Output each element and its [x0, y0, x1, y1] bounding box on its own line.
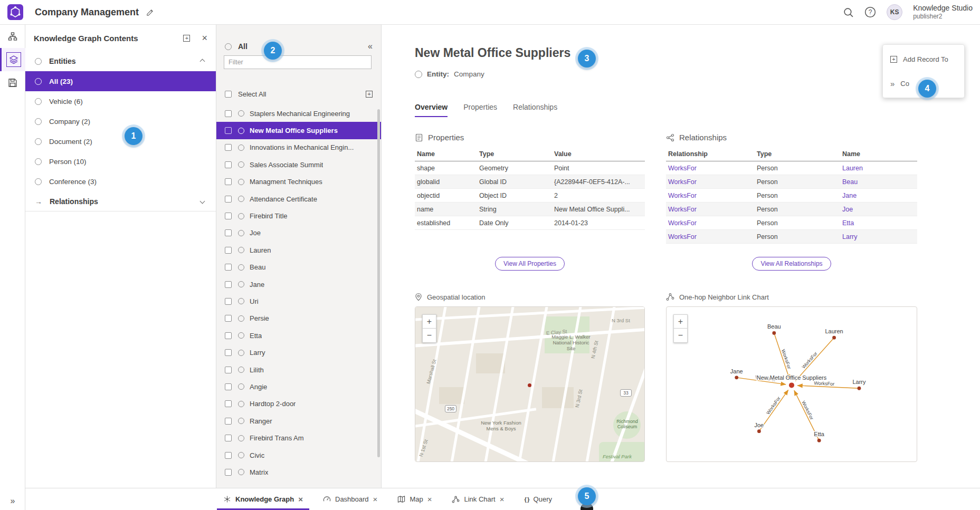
- view-tab-query[interactable]: Query: [524, 488, 552, 510]
- item-checkbox[interactable]: [225, 452, 232, 459]
- view-all-properties-button[interactable]: View All Properties: [495, 257, 565, 271]
- entity-list-item[interactable]: Innovations in Mechanical Engin...: [216, 139, 381, 156]
- user-avatar[interactable]: KS: [887, 4, 902, 20]
- relationship-link[interactable]: WorksFor: [666, 161, 755, 175]
- entity-type-item[interactable]: Company (2): [25, 111, 216, 131]
- zoom-out-button[interactable]: −: [673, 329, 688, 343]
- record-tab[interactable]: Properties: [463, 103, 497, 117]
- entity-list-item[interactable]: Managment Techniques: [216, 174, 381, 190]
- view-tab-map[interactable]: Map: [397, 488, 432, 510]
- relationship-link[interactable]: WorksFor: [666, 230, 755, 244]
- entity-list-item[interactable]: Civic: [216, 447, 381, 464]
- item-checkbox[interactable]: [225, 229, 232, 236]
- item-checkbox[interactable]: [225, 349, 232, 356]
- relationship-link[interactable]: WorksFor: [666, 216, 755, 230]
- entity-list-item[interactable]: Hardtop 2-door: [216, 396, 381, 412]
- related-entity-link[interactable]: Joe: [840, 203, 917, 216]
- item-checkbox[interactable]: [225, 127, 232, 134]
- close-tab-icon[interactable]: [427, 495, 432, 504]
- item-checkbox[interactable]: [225, 315, 232, 322]
- close-tab-icon[interactable]: [373, 495, 378, 504]
- entity-list-item[interactable]: Joe: [216, 225, 381, 242]
- item-checkbox[interactable]: [225, 196, 232, 203]
- list-scrollbar[interactable]: [377, 109, 380, 457]
- zoom-out-button[interactable]: −: [422, 329, 436, 343]
- item-checkbox[interactable]: [225, 178, 232, 185]
- entity-list-item[interactable]: New Metal Office Suppliers: [216, 122, 381, 139]
- record-tab[interactable]: Overview: [415, 103, 448, 117]
- entity-type-item[interactable]: Vehicle (6): [25, 91, 216, 111]
- relationships-section-header[interactable]: Relationships: [25, 191, 216, 211]
- entity-list-item[interactable]: Ranger: [216, 412, 381, 429]
- view-tab-knowledge-graph[interactable]: Knowledge Graph: [223, 488, 303, 510]
- item-checkbox[interactable]: [225, 281, 232, 288]
- item-checkbox[interactable]: [225, 400, 232, 407]
- entity-list-item[interactable]: Firebird Trans Am: [216, 429, 381, 446]
- expand-rail-icon[interactable]: [0, 496, 25, 506]
- collapse-panel-icon[interactable]: [368, 42, 373, 51]
- item-checkbox[interactable]: [225, 367, 232, 373]
- entity-list-item[interactable]: Angie: [216, 378, 381, 395]
- context-menu-item-add-record-to[interactable]: Add Record To: [883, 47, 964, 71]
- rail-layers-button[interactable]: [0, 48, 25, 71]
- relationship-link[interactable]: WorksFor: [666, 175, 755, 189]
- entity-list-item[interactable]: Beau: [216, 259, 381, 276]
- help-icon[interactable]: ?: [864, 6, 876, 18]
- select-all-checkbox[interactable]: [225, 91, 232, 98]
- relationship-link[interactable]: WorksFor: [666, 203, 755, 216]
- add-selection-icon[interactable]: [366, 91, 373, 98]
- entity-type-item[interactable]: Conference (3): [25, 171, 216, 191]
- entity-list-item[interactable]: Persie: [216, 310, 381, 327]
- zoom-in-button[interactable]: +: [673, 314, 688, 329]
- item-checkbox[interactable]: [225, 418, 232, 425]
- scope-label[interactable]: All: [238, 42, 248, 51]
- geospatial-map[interactable]: N 3rd St E Clay St Maggie L. Walker Nati…: [415, 306, 645, 462]
- entity-list-item[interactable]: Jane: [216, 276, 381, 293]
- related-entity-link[interactable]: Lauren: [840, 161, 917, 175]
- related-entity-link[interactable]: Etta: [840, 216, 917, 230]
- item-checkbox[interactable]: [225, 144, 232, 151]
- related-entity-link[interactable]: Beau: [840, 175, 917, 189]
- item-checkbox[interactable]: [225, 213, 232, 219]
- item-checkbox[interactable]: [225, 161, 232, 168]
- item-checkbox[interactable]: [225, 264, 232, 271]
- entity-list-item[interactable]: Lilith: [216, 361, 381, 378]
- entity-type-item[interactable]: Document (2): [25, 131, 216, 151]
- entity-type-item[interactable]: Person (10): [25, 151, 216, 171]
- rail-save-button[interactable]: [0, 71, 25, 94]
- item-checkbox[interactable]: [225, 435, 232, 441]
- item-checkbox[interactable]: [225, 298, 232, 305]
- item-checkbox[interactable]: [225, 383, 232, 390]
- view-tab-link-chart[interactable]: Link Chart: [452, 488, 504, 510]
- entity-list-item[interactable]: Attendance Certificate: [216, 190, 381, 207]
- entity-type-item[interactable]: All (23): [25, 71, 216, 91]
- entity-list-item[interactable]: Etta: [216, 327, 381, 344]
- entity-list-item[interactable]: Larry: [216, 344, 381, 361]
- related-entity-link[interactable]: Larry: [840, 230, 917, 244]
- item-checkbox[interactable]: [225, 110, 232, 117]
- close-panel-icon[interactable]: [202, 33, 207, 44]
- entity-list-item[interactable]: Firebird Title: [216, 207, 381, 224]
- entities-section-header[interactable]: Entities: [25, 51, 216, 71]
- related-entity-link[interactable]: Jane: [840, 189, 917, 203]
- view-all-relationships-button[interactable]: View All Relationships: [752, 257, 831, 271]
- entity-list-item[interactable]: Sales Associate Summit: [216, 156, 381, 173]
- entity-list-item[interactable]: Uri: [216, 293, 381, 310]
- edit-title-icon[interactable]: [146, 8, 154, 16]
- neighbor-link-chart[interactable]: WorksForBeauWorksForLaurenWorksForJaneWo…: [666, 306, 917, 462]
- relationship-link[interactable]: WorksFor: [666, 189, 755, 203]
- rail-hierarchy-button[interactable]: [0, 25, 25, 48]
- zoom-in-button[interactable]: +: [422, 314, 436, 329]
- item-checkbox[interactable]: [225, 469, 232, 476]
- app-logo-icon[interactable]: [7, 4, 23, 20]
- entity-list-item[interactable]: Staplers Mechanical Engineering: [216, 105, 381, 122]
- record-tab[interactable]: Relationships: [513, 103, 557, 117]
- close-tab-icon[interactable]: [500, 495, 505, 504]
- item-checkbox[interactable]: [225, 332, 232, 339]
- close-tab-icon[interactable]: [298, 495, 303, 504]
- item-checkbox[interactable]: [225, 247, 232, 254]
- new-panel-icon[interactable]: [183, 35, 190, 42]
- entity-list-item[interactable]: Matrix: [216, 464, 381, 480]
- filter-input[interactable]: [224, 55, 372, 69]
- map-canvas[interactable]: N 3rd St E Clay St Maggie L. Walker Nati…: [415, 307, 644, 461]
